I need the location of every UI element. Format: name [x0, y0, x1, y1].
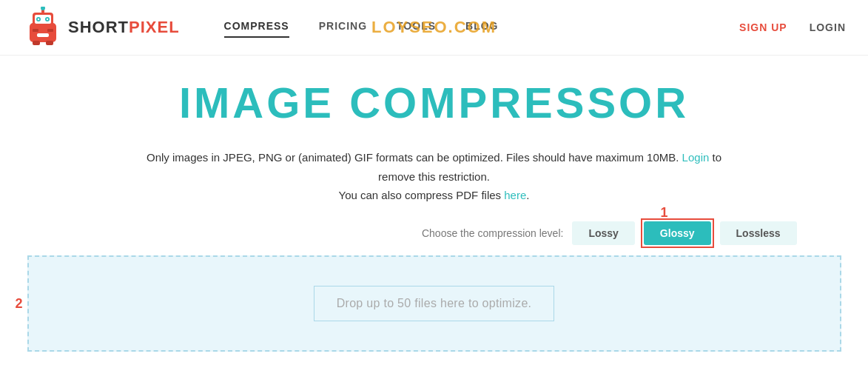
svg-rect-11	[47, 29, 53, 32]
lossy-button[interactable]: Lossy	[572, 221, 634, 245]
compression-row: Choose the compression level: Lossy 1 Gl…	[27, 221, 841, 245]
svg-rect-12	[33, 41, 40, 45]
drop-zone[interactable]: 2 Drop up to 50 files here to optimize.	[27, 255, 841, 352]
nav-blog[interactable]: BLOG	[465, 20, 498, 35]
lossless-button[interactable]: Lossless	[720, 221, 797, 245]
badge-1: 1	[661, 205, 668, 221]
nav-right: SIGN UP LOGIN	[739, 21, 846, 33]
svg-rect-10	[33, 29, 38, 32]
description: Only images in JPEG, PNG or (animated) G…	[138, 148, 730, 205]
logo-text: SHORTPIXEL	[68, 18, 180, 37]
page-title: IMAGE COMPRESSOR	[179, 78, 689, 127]
svg-point-5	[38, 19, 39, 20]
nav-compress[interactable]: COMPRESS	[224, 20, 289, 35]
glossy-button[interactable]: Glossy	[644, 221, 711, 245]
svg-rect-9	[37, 33, 49, 37]
badge-2: 2	[16, 295, 23, 311]
svg-point-6	[47, 19, 48, 20]
robot-icon	[22, 7, 64, 48]
svg-rect-13	[46, 41, 53, 45]
header: SHORTPIXEL COMPRESS PRICING TOOLS BLOG L…	[0, 0, 868, 56]
logo[interactable]: SHORTPIXEL	[22, 7, 180, 48]
here-link[interactable]: here	[504, 189, 526, 201]
signup-link[interactable]: SIGN UP	[739, 21, 787, 33]
drop-zone-text: Drop up to 50 files here to optimize.	[314, 286, 555, 321]
login-link[interactable]: LOGIN	[810, 21, 846, 33]
main-nav: COMPRESS PRICING TOOLS BLOG	[224, 20, 740, 35]
glossy-wrapper: 1 Glossy	[644, 221, 711, 245]
main-content: IMAGE COMPRESSOR Only images in JPEG, PN…	[0, 56, 868, 366]
nav-tools[interactable]: TOOLS	[397, 20, 436, 35]
compression-label: Choose the compression level:	[422, 227, 563, 239]
svg-point-8	[41, 7, 45, 10]
login-inline-link[interactable]: Login	[682, 151, 710, 164]
nav-pricing[interactable]: PRICING	[319, 20, 367, 35]
